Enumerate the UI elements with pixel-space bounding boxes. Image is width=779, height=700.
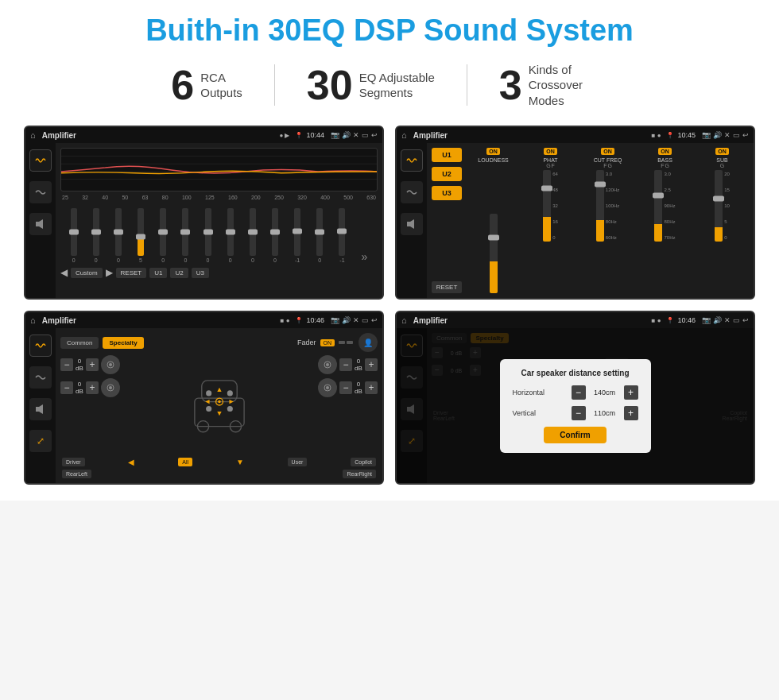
dialog-status-icons: 📷🔊✕▭↩	[702, 316, 749, 324]
svg-point-25	[218, 400, 221, 404]
eq-slider-6[interactable]: 0	[182, 208, 188, 263]
fader-db-plus-1[interactable]: +	[86, 358, 99, 371]
fader-car-visual	[125, 355, 313, 454]
eq-slider-5[interactable]: 0	[160, 208, 166, 263]
loudness-label: LOUDNESS	[478, 157, 509, 163]
confirm-button[interactable]: Confirm	[544, 427, 606, 443]
eq-slider-7[interactable]: 0	[205, 208, 211, 263]
fader-db-val-2: 0 dB	[76, 381, 83, 395]
eq-status-icons: 📷🔊✕▭↩	[331, 131, 378, 139]
home-icon-3: ⌂	[30, 315, 36, 325]
eq-next-btn[interactable]: ▶	[106, 267, 113, 278]
svg-marker-26	[217, 388, 221, 392]
eq-u3-btn[interactable]: U3	[192, 268, 209, 278]
home-icon: ⌂	[30, 130, 36, 140]
loudness-slider[interactable]	[490, 163, 498, 293]
fader-on-badge[interactable]: ON	[320, 339, 335, 346]
dialog-horizontal-plus[interactable]: +	[624, 385, 638, 400]
eq-slider-13[interactable]: -1	[339, 208, 345, 263]
phat-on-badge[interactable]: ON	[544, 148, 557, 155]
fader-sidebar-expand-btn[interactable]: ⤢	[29, 430, 52, 452]
fader-driver-btn[interactable]: Driver	[62, 458, 85, 466]
crossover-sidebar-eq-btn[interactable]	[401, 149, 423, 172]
eq-screen: ⌂ Amplifier ● ▶ 📍 10:44 📷🔊✕▭↩	[24, 126, 384, 300]
fader-copilot-btn[interactable]: Copilot	[351, 458, 376, 466]
eq-slider-10[interactable]: 0	[272, 208, 278, 263]
stat-crossover: 3 Kinds of Crossover Modes	[467, 62, 640, 109]
eq-sidebar-wave-btn[interactable]	[29, 181, 52, 203]
channel-bass: ON BASS FG	[638, 148, 692, 293]
eq-u2-btn[interactable]: U2	[170, 268, 188, 278]
eq-u1-btn[interactable]: U1	[149, 268, 167, 278]
eq-reset-btn[interactable]: RESET	[116, 268, 147, 278]
stats-row: 6 RCA Outputs 30 EQ Adjustable Segments …	[24, 62, 755, 109]
fader-db-plus-3[interactable]: +	[365, 358, 378, 371]
eq-slider-11[interactable]: -1	[294, 208, 300, 263]
dialog-vertical-plus[interactable]: +	[624, 406, 638, 420]
fader-db-plus-4[interactable]: +	[365, 381, 378, 394]
bass-label: BASS	[657, 157, 672, 163]
sub-on-badge[interactable]: ON	[715, 148, 729, 155]
fader-user-btn[interactable]: User	[288, 458, 308, 466]
eq-sidebar-eq-btn[interactable]	[29, 149, 52, 172]
fader-common-tab[interactable]: Common	[60, 337, 99, 349]
svg-point-21	[227, 390, 232, 396]
svg-point-33	[326, 386, 329, 389]
fader-sidebar-wave-btn[interactable]	[29, 366, 52, 389]
fader-specialty-tab[interactable]: Specialty	[103, 337, 143, 349]
fader-screen-title: Amplifier	[42, 316, 277, 325]
loudness-on-badge[interactable]: ON	[486, 148, 500, 155]
eq-slider-4[interactable]: 5	[138, 208, 144, 263]
stat-eq: 30 EQ Adjustable Segments	[275, 64, 467, 106]
eq-slider-12[interactable]: 0	[316, 208, 323, 263]
svg-marker-29	[229, 400, 233, 404]
crossover-u3-btn[interactable]: U3	[432, 186, 462, 200]
eq-custom-btn[interactable]: Custom	[71, 268, 103, 278]
svg-rect-8	[36, 407, 39, 412]
fader-speaker-icon-1	[101, 355, 120, 374]
svg-point-31	[326, 363, 329, 366]
fader-sidebar: ⤢	[25, 328, 56, 483]
dialog-vertical-minus[interactable]: −	[572, 406, 586, 420]
eq-slider-9[interactable]: 0	[250, 208, 256, 263]
fader-right-controls: − 0 dB + − 0 dB +	[318, 355, 378, 454]
eq-slider-1[interactable]: 0	[71, 208, 77, 263]
eq-screen-content: 25 32 40 50 63 80 100 125 160 200 250 32…	[25, 143, 382, 298]
fader-db-minus-2[interactable]: −	[60, 381, 73, 394]
fader-rearleft-btn[interactable]: RearLeft	[62, 470, 91, 478]
fader-all-btn[interactable]: All	[178, 458, 192, 466]
fader-db-minus-3[interactable]: −	[339, 358, 352, 371]
dialog-vertical-value: 110cm	[589, 409, 621, 417]
dialog-screen-title: Amplifier	[413, 316, 649, 325]
dialog-horizontal-minus[interactable]: −	[572, 385, 586, 400]
eq-prev-btn[interactable]: ◀	[60, 267, 68, 278]
stat-number-crossover: 3	[499, 64, 522, 106]
crossover-main-area: U1 U2 U3 RESET ON LOUDNESS	[427, 143, 754, 298]
eq-slider-8[interactable]: 0	[227, 208, 234, 263]
eq-slider-2[interactable]: 0	[93, 208, 99, 263]
crossover-sidebar-wave-btn[interactable]	[401, 181, 423, 203]
fader-sidebar-eq-btn[interactable]	[29, 335, 52, 357]
bass-on-badge[interactable]: ON	[658, 148, 672, 155]
dialog-horizontal-value: 140cm	[589, 389, 621, 396]
dialog-screen-content: ⤢ Common Specialty − 0 dB +	[397, 328, 754, 483]
fader-speaker-icon-4	[318, 378, 337, 397]
fader-sidebar-speaker-btn[interactable]	[29, 398, 52, 420]
crossover-channels: ON LOUDNESS	[467, 148, 749, 293]
cutfreq-on-badge[interactable]: ON	[601, 148, 614, 155]
eq-slider-forward[interactable]: »	[362, 250, 368, 263]
crossover-u2-btn[interactable]: U2	[432, 167, 462, 181]
crossover-u1-btn[interactable]: U1	[432, 148, 462, 162]
channel-cutfreq-header: ON	[601, 148, 614, 155]
dialog-status-bar: ⌂ Amplifier ■ ● 📍 10:46 📷🔊✕▭↩	[397, 312, 754, 328]
fader-db-plus-2[interactable]: +	[86, 381, 99, 394]
crossover-sidebar-speaker-btn[interactable]	[401, 213, 423, 235]
crossover-reset-btn[interactable]: RESET	[432, 281, 462, 293]
dialog-vertical-row: Vertical − 110cm +	[513, 406, 638, 420]
fader-db-minus-1[interactable]: −	[60, 358, 73, 371]
fader-db-minus-4[interactable]: −	[339, 381, 352, 394]
stat-number-eq: 30	[307, 64, 353, 106]
eq-slider-3[interactable]: 0	[115, 208, 122, 263]
fader-rearright-btn[interactable]: RearRight	[343, 470, 376, 478]
eq-sidebar-speaker-btn[interactable]	[29, 213, 52, 235]
